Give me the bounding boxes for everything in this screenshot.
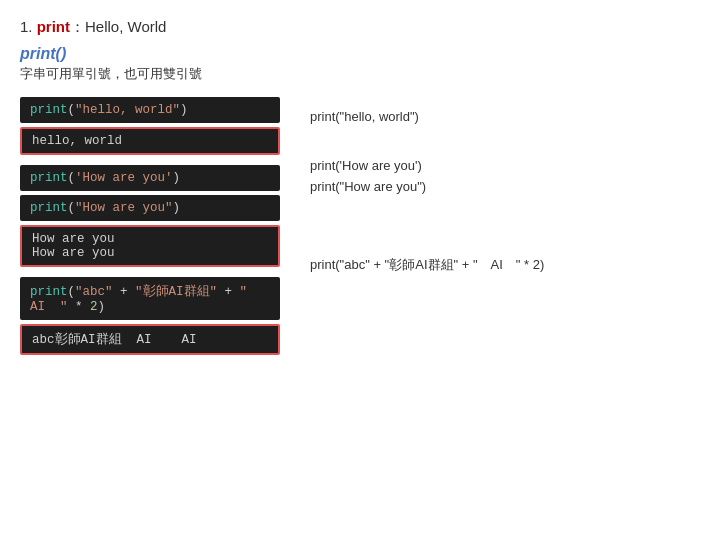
- heading-colon: ：Hello, World: [70, 18, 166, 35]
- example1-group: print("hello, world") hello, world: [20, 97, 280, 155]
- example3-group: print("abc" + "彰師AI群組" + " AI " * 2) abc…: [20, 277, 280, 355]
- right-desc-1: print("hello, world"): [310, 107, 700, 128]
- code-block-1: print("hello, world"): [20, 97, 280, 123]
- heading-line: 1. print：Hello, World: [20, 18, 700, 37]
- code-block-2a: print('How are you'): [20, 165, 280, 191]
- right-desc-2: print('How are you') print("How are you"…: [310, 156, 700, 198]
- section-title: print(): [20, 45, 700, 63]
- heading-keyword: print: [37, 18, 70, 35]
- left-panel: print("hello, world") hello, world print…: [20, 97, 280, 355]
- main-content: print("hello, world") hello, world print…: [20, 97, 700, 355]
- output-block-1: hello, world: [20, 127, 280, 155]
- example2-group: print('How are you') print("How are you"…: [20, 165, 280, 267]
- right-desc-3: print("abc" + "彰師AI群組" + " AI " * 2): [310, 255, 700, 276]
- heading-number: 1.: [20, 18, 37, 35]
- subtitle: 字串可用單引號，也可用雙引號: [20, 65, 700, 83]
- code-block-3: print("abc" + "彰師AI群組" + " AI " * 2): [20, 277, 280, 320]
- right-panel: print("hello, world") print('How are you…: [280, 97, 700, 355]
- code-block-2b: print("How are you"): [20, 195, 280, 221]
- output-block-2: How are youHow are you: [20, 225, 280, 267]
- output-block-3: abc彰師AI群組 AI AI: [20, 324, 280, 355]
